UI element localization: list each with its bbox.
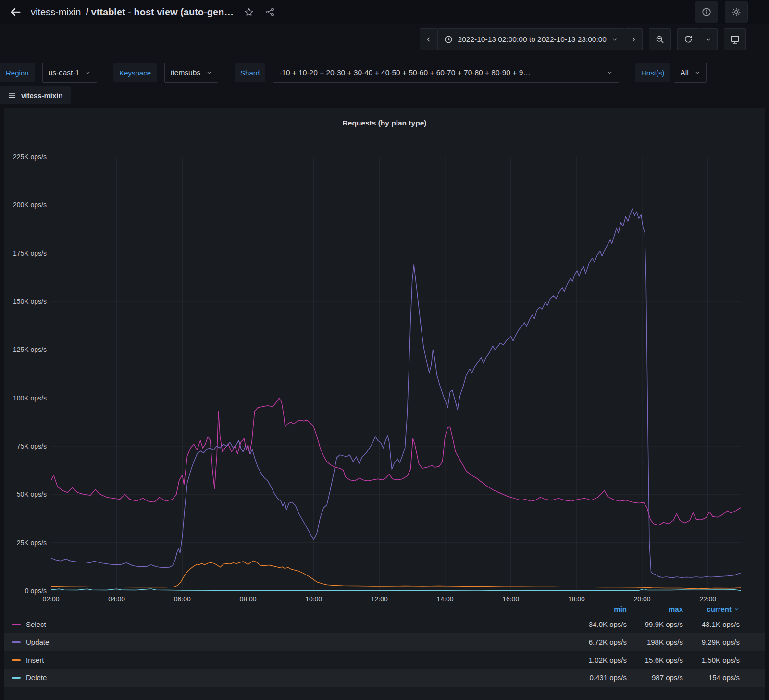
legend-row-insert: Insert 1.02K ops/s 15.6K ops/s 1.50K ops…: [4, 651, 765, 669]
chevron-down-icon: [733, 606, 740, 612]
delete-series-swatch: [12, 677, 21, 679]
chevron-down-icon: [695, 70, 700, 75]
dashboard-variables: Region us-east-1 Keyspace itemsubs Shard…: [0, 62, 769, 84]
keyspace-select[interactable]: itemsubs: [164, 62, 218, 83]
chevron-right-icon: [630, 36, 637, 43]
y-axis-label: 100K ops/s: [4, 394, 47, 402]
delete-max-value: 987 ops/s: [627, 674, 683, 682]
chevron-down-icon: [705, 36, 712, 43]
row-toggle-vitess-mixin[interactable]: vitess-mixin: [0, 86, 71, 104]
clock-icon: [444, 35, 453, 44]
gear-icon: [731, 7, 742, 17]
panel-info-button[interactable]: [695, 1, 718, 23]
search-minus-icon: [655, 35, 665, 44]
y-axis-label: 125K ops/s: [4, 345, 47, 354]
filter-keyspace-label: Keyspace: [113, 63, 157, 82]
dashboard-settings-button[interactable]: [725, 1, 748, 23]
grafana-dashboard: { "topnav": { "breadcrumb_root": "vitess…: [0, 0, 769, 700]
filter-shard-label: Shard: [235, 63, 265, 82]
star-icon: [244, 7, 254, 17]
region-select[interactable]: us-east-1: [42, 62, 98, 83]
back-button[interactable]: [6, 2, 25, 22]
delete-current-value: 154 ops/s: [683, 674, 740, 682]
chevron-left-icon: [425, 36, 433, 43]
insert-current-value: 1.50K ops/s: [683, 656, 740, 664]
legend-label-select[interactable]: Select: [26, 620, 46, 628]
x-axis-label: 22:00: [691, 595, 725, 603]
time-shift-back-button[interactable]: [420, 28, 438, 50]
arrow-left-icon: [9, 6, 22, 18]
update-max-value: 198K ops/s: [627, 638, 683, 646]
legend-header: min max current: [4, 603, 765, 614]
update-current-value: 9.29K ops/s: [683, 638, 740, 646]
chart-plot-area[interactable]: [51, 157, 741, 591]
zoom-out-button[interactable]: [649, 28, 671, 50]
delete-min-value: 0.431 ops/s: [555, 674, 627, 682]
insert-min-value: 1.02K ops/s: [555, 656, 627, 664]
x-axis-label: 04:00: [100, 595, 134, 603]
shard-select[interactable]: -10 + 10-20 + 20-30 + 30-40 + 40-50 + 50…: [273, 62, 619, 83]
chevron-down-icon: [85, 70, 91, 75]
panel-title[interactable]: Requests (by plan type): [4, 119, 765, 127]
update-series-swatch: [12, 641, 21, 643]
breadcrumb-folder[interactable]: vitess-mixin: [31, 7, 81, 18]
chevron-down-icon: [206, 70, 212, 75]
x-axis-label: 20:00: [625, 595, 659, 603]
top-navigation: vitess-mixin / vttablet - host view (aut…: [0, 0, 769, 24]
x-axis-label: 14:00: [428, 595, 462, 603]
chevron-down-icon: [611, 36, 618, 43]
grid-lines: [51, 157, 741, 591]
filter-shard: Shard -10 + 10-20 + 20-30 + 30-40 + 40-5…: [235, 62, 619, 83]
x-axis-label: 16:00: [494, 595, 528, 603]
time-range-text: 2022-10-13 02:00:00 to 2022-10-13 23:00:…: [458, 35, 607, 44]
legend-label-delete[interactable]: Delete: [26, 674, 47, 682]
y-axis-label: 200K ops/s: [4, 200, 47, 209]
x-axis-label: 06:00: [165, 595, 199, 603]
y-axis-label: 175K ops/s: [4, 249, 47, 258]
y-axis-label: 75K ops/s: [4, 442, 47, 450]
legend-label-insert[interactable]: Insert: [26, 656, 44, 664]
legend-row-update: Update 6.72K ops/s 198K ops/s 9.29K ops/…: [4, 633, 765, 651]
legend-sort-current-label: current: [707, 605, 732, 613]
series-line-insert: [51, 561, 741, 589]
filter-hosts: Host(s) All: [635, 62, 707, 83]
insert-series-swatch: [12, 659, 21, 661]
x-axis-label: 02:00: [34, 595, 68, 603]
select-max-value: 99.9K ops/s: [627, 620, 683, 628]
filter-region: Region us-east-1: [0, 62, 97, 83]
refresh-icon: [683, 35, 693, 44]
y-axis-label: 50K ops/s: [4, 490, 47, 499]
share-icon: [265, 7, 275, 17]
panel-requests-by-plan-type: Requests (by plan type) 225K ops/s200K o…: [4, 108, 765, 700]
breadcrumb: vitess-mixin / vttablet - host view (aut…: [31, 7, 234, 18]
legend-row-delete: Delete 0.431 ops/s 987 ops/s 154 ops/s: [4, 669, 765, 687]
update-min-value: 6.72K ops/s: [555, 638, 627, 646]
select-current-value: 43.1K ops/s: [683, 620, 740, 628]
dashboard-row: vitess-mixin: [0, 86, 71, 104]
time-shift-forward-button[interactable]: [624, 28, 643, 50]
row-title: vitess-mixin: [21, 91, 63, 100]
filter-hosts-label: Host(s): [635, 63, 670, 82]
refresh-button[interactable]: [677, 28, 699, 50]
kiosk-mode-button[interactable]: [724, 28, 746, 50]
legend: min max current Select 34.0K ops/s 99.9K…: [4, 603, 765, 687]
insert-max-value: 15.6K ops/s: [627, 656, 683, 664]
x-axis-label: 18:00: [559, 595, 593, 603]
chevron-down-icon: [607, 70, 613, 75]
legend-sort-max[interactable]: max: [627, 605, 683, 613]
share-button[interactable]: [263, 5, 277, 19]
y-axis-label: 150K ops/s: [4, 297, 47, 306]
info-circle-icon: [701, 7, 712, 17]
legend-sort-min[interactable]: min: [555, 605, 627, 613]
time-controls: 2022-10-13 02:00:00 to 2022-10-13 23:00:…: [0, 28, 769, 51]
legend-sort-current[interactable]: current: [683, 605, 740, 613]
x-axis-label: 12:00: [362, 595, 396, 603]
shard-select-value: -10 + 10-20 + 20-30 + 30-40 + 40-50 + 50…: [279, 68, 531, 77]
refresh-interval-dropdown[interactable]: [699, 28, 718, 50]
hosts-select[interactable]: All: [674, 62, 706, 83]
time-range-picker[interactable]: 2022-10-13 02:00:00 to 2022-10-13 23:00:…: [438, 28, 624, 50]
legend-label-update[interactable]: Update: [26, 638, 49, 646]
favorite-button[interactable]: [242, 5, 256, 19]
series-line-delete: [51, 589, 741, 591]
region-select-value: us-east-1: [49, 68, 80, 77]
